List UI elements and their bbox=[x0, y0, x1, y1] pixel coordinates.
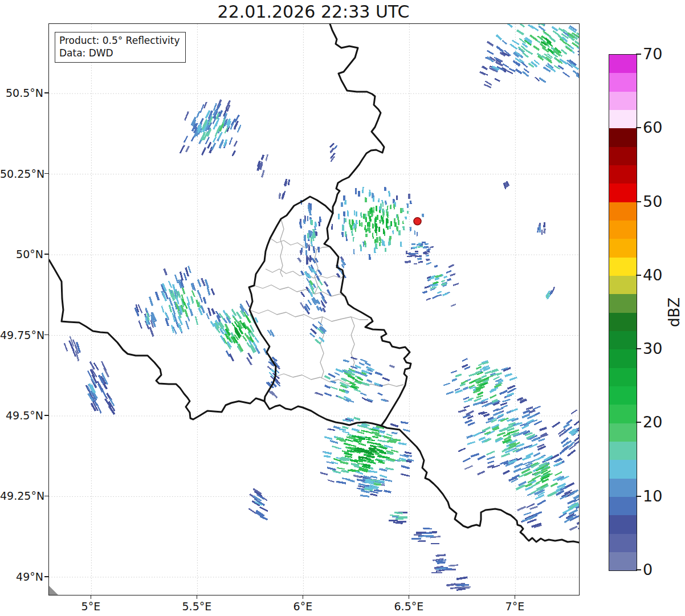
radar-echo-cell bbox=[330, 440, 339, 444]
radar-echo-cell bbox=[345, 231, 347, 237]
radar-echo-cell bbox=[422, 291, 427, 294]
radar-echo-cell bbox=[199, 104, 204, 113]
radar-echo-cell bbox=[539, 77, 546, 83]
radar-echo-cell bbox=[351, 230, 353, 236]
radar-echo-cell bbox=[339, 389, 345, 393]
radar-echo-cell bbox=[523, 512, 531, 516]
radar-echo-cell bbox=[336, 480, 346, 484]
lon-tick-mark bbox=[409, 595, 410, 599]
lon-tick-label: 7°E bbox=[475, 599, 554, 613]
border-lu-be bbox=[249, 197, 333, 401]
radar-echo-cell bbox=[237, 125, 241, 133]
radar-echo-cell bbox=[187, 266, 191, 273]
colorbar-tick-mark bbox=[636, 422, 641, 423]
radar-echo-cell bbox=[390, 221, 392, 226]
map-plot-area: Product: 0.5° Reflectivity Data: DWD bbox=[48, 23, 580, 595]
colorbar-segment bbox=[609, 534, 637, 552]
radar-echo-cell bbox=[458, 447, 466, 452]
colorbar-tick-label: 70 bbox=[643, 45, 683, 63]
radar-echo-cell bbox=[380, 475, 388, 479]
radar-echo-cell bbox=[390, 423, 399, 427]
radar-echo-cell bbox=[478, 362, 484, 366]
radar-echo-cell bbox=[422, 214, 424, 217]
radar-echo-cell bbox=[358, 443, 366, 446]
radar-echo-cell bbox=[578, 54, 579, 60]
radar-echo-cell bbox=[211, 308, 215, 315]
lat-tick-label: 50.5°N bbox=[0, 86, 43, 100]
lon-tick-label: 5.5°E bbox=[157, 599, 237, 613]
radar-echo-cell bbox=[319, 217, 322, 223]
radar-echo-cell bbox=[443, 383, 450, 386]
radar-echo-cell bbox=[382, 220, 384, 225]
radar-echo-cell bbox=[370, 476, 378, 479]
radar-echo-cell bbox=[231, 309, 237, 316]
lat-tick-label: 49.5°N bbox=[0, 409, 43, 422]
radar-echo-cell bbox=[374, 230, 377, 233]
radar-echo-cell bbox=[299, 222, 303, 229]
radar-echo-cell bbox=[184, 301, 188, 309]
radar-echo-cell bbox=[409, 227, 411, 231]
radar-figure: 22.01.2026 22:33 UTC bbox=[0, 0, 685, 616]
radar-echo-cell bbox=[324, 281, 329, 287]
lat-tick-mark bbox=[44, 254, 48, 255]
radar-echo-cell bbox=[106, 393, 112, 401]
radar-echo-cell bbox=[389, 365, 395, 368]
radar-echo-cell bbox=[206, 313, 209, 319]
radar-echo-cell bbox=[97, 384, 103, 393]
lat-tick-label: 49.75°N bbox=[0, 328, 43, 342]
colorbar-tick-label: 0 bbox=[643, 561, 683, 579]
radar-echo-cell bbox=[377, 439, 384, 442]
radar-echo-cell bbox=[278, 193, 281, 199]
radar-echo-cell bbox=[405, 260, 411, 263]
colorbar-segment bbox=[609, 258, 637, 276]
radar-echo-cell bbox=[496, 46, 504, 52]
radar-echo-cell bbox=[533, 24, 540, 25]
radar-echo-cell bbox=[574, 419, 579, 426]
radar-echo-cell bbox=[411, 538, 421, 539]
radar-echo-cell bbox=[446, 583, 456, 586]
colorbar-segment bbox=[609, 294, 637, 312]
radar-echo-cell bbox=[383, 229, 385, 234]
radar-echo-cell bbox=[380, 203, 382, 209]
radar-echo-cell bbox=[538, 26, 545, 32]
radar-echo-cell bbox=[554, 471, 562, 476]
colorbar-segment bbox=[609, 515, 637, 533]
radar-echo-cell bbox=[367, 222, 369, 227]
radar-echo-cell bbox=[487, 460, 494, 464]
radar-echo-cell bbox=[535, 456, 544, 460]
radar-echo-cell bbox=[341, 470, 349, 473]
colorbar-tick-label: 10 bbox=[643, 487, 683, 505]
radar-echo-cell bbox=[301, 247, 303, 252]
radar-echo-cell bbox=[353, 417, 360, 421]
colorbar-segment bbox=[609, 202, 637, 221]
radar-echo-cell bbox=[387, 206, 389, 210]
radar-echo-cell bbox=[473, 432, 481, 437]
radar-echo-cell bbox=[467, 441, 475, 445]
radar-echo-cell bbox=[552, 422, 560, 428]
colorbar-segment bbox=[609, 423, 637, 442]
radar-echo-cell bbox=[407, 211, 409, 214]
radar-echo-cell bbox=[462, 358, 467, 362]
radar-echo-cell bbox=[386, 223, 388, 228]
radar-echo-cell bbox=[324, 385, 331, 389]
radar-echo-cell bbox=[482, 398, 489, 402]
colorbar-segment bbox=[609, 221, 637, 239]
radar-echo-cell bbox=[392, 230, 394, 234]
radar-echo-cell bbox=[306, 258, 308, 265]
radar-echo-cell bbox=[451, 378, 457, 382]
radar-echo-cell bbox=[543, 222, 545, 227]
radar-echo-cell bbox=[246, 300, 250, 307]
colorbar-segment bbox=[609, 349, 637, 368]
radar-echo-cell bbox=[377, 392, 383, 395]
radar-echo-cell bbox=[473, 402, 482, 406]
radar-echo-cell bbox=[503, 63, 509, 68]
radar-echo-cell bbox=[450, 273, 455, 276]
lon-tick-mark bbox=[303, 595, 304, 599]
radar-echo-cell bbox=[418, 243, 422, 245]
radar-echo-cell bbox=[408, 194, 410, 199]
radar-echo-cell bbox=[385, 201, 387, 205]
radar-echo-cell bbox=[338, 214, 340, 219]
radar-echo-cell bbox=[458, 409, 467, 413]
radar-echo-cell bbox=[464, 465, 473, 470]
colorbar-tick-mark bbox=[636, 54, 641, 55]
